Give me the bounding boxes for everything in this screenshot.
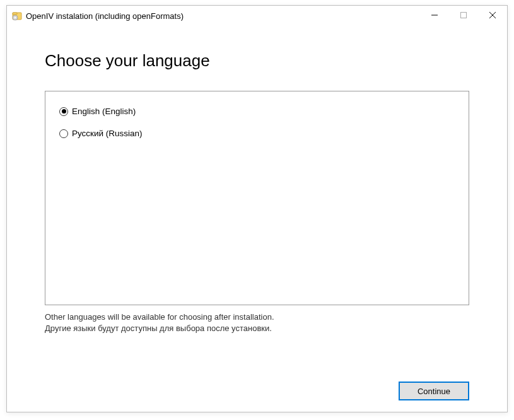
close-button[interactable] [478, 6, 507, 24]
radio-selected-dot [62, 109, 66, 114]
continue-button[interactable]: Continue [399, 382, 469, 400]
language-option-english[interactable]: English (English) [59, 107, 455, 116]
titlebar: OpenIV instalation (including openFormat… [7, 6, 507, 26]
app-icon [12, 11, 22, 21]
note-line-ru: Другие языки будут доступны для выбора п… [45, 323, 469, 334]
page-heading: Choose your language [45, 51, 469, 71]
language-label: English (English) [72, 107, 136, 116]
window-title: OpenIV instalation (including openFormat… [26, 11, 420, 21]
language-selection-box: English (English) Русский (Russian) [45, 91, 469, 305]
footer-buttons: Continue [399, 382, 469, 400]
minimize-button[interactable] [420, 6, 449, 24]
window-controls [420, 6, 507, 26]
maximize-button [449, 6, 478, 24]
language-label: Русский (Russian) [72, 129, 143, 138]
content-area: Choose your language English (English) Р… [7, 26, 507, 334]
note-line-en: Other languages will be available for ch… [45, 312, 469, 323]
installer-window: OpenIV instalation (including openFormat… [6, 5, 508, 412]
radio-icon [59, 129, 68, 138]
svg-rect-5 [461, 12, 467, 18]
footer-note: Other languages will be available for ch… [45, 312, 469, 334]
svg-rect-1 [13, 13, 17, 15]
language-option-russian[interactable]: Русский (Russian) [59, 129, 455, 138]
radio-icon [59, 107, 68, 116]
svg-point-3 [15, 17, 16, 19]
